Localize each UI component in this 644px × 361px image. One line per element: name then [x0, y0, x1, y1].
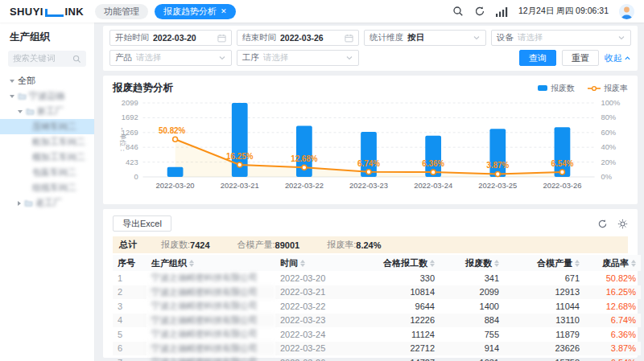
column-header-inner: 报废数	[465, 257, 499, 269]
legend-item-bar[interactable]: 报废数	[538, 83, 575, 94]
table-row[interactable]: 4宁波之德精密科技有限公司2022-03-2312226884131106.74…	[113, 314, 641, 328]
cell-合格报工数: 12226	[353, 314, 440, 328]
table-row[interactable]: 5宁波之德精密科技有限公司2022-03-2411124755118796.36…	[113, 327, 641, 342]
filter-value: 请选择	[263, 52, 341, 64]
sort-asc-icon[interactable]	[430, 260, 435, 263]
sidebar-item[interactable]: 老工厂	[0, 195, 94, 211]
sort-icon[interactable]	[300, 260, 305, 267]
table-row[interactable]: 2宁波之德精密科技有限公司2022-03-211081420991291316.…	[113, 285, 641, 300]
summary-value: 89001	[275, 240, 300, 250]
sort-icon[interactable]	[575, 260, 580, 267]
sort-desc-icon[interactable]	[189, 264, 194, 267]
reset-button[interactable]: 重置	[562, 50, 599, 66]
sort-asc-icon[interactable]	[494, 260, 499, 263]
cell-序号: 2	[113, 285, 147, 300]
rate-point-2022-03-26[interactable]	[559, 170, 564, 174]
sidebar-item[interactable]: 包装车间二	[0, 165, 94, 180]
collapse-label: 收起	[605, 52, 622, 64]
table-row[interactable]: 6宁波之德精密科技有限公司2022-03-2522712914236263.87…	[113, 342, 641, 356]
sidebar-item[interactable]: 全部	[0, 73, 94, 88]
cell-合格报工数: 11124	[353, 327, 440, 342]
caret-down-icon[interactable]	[10, 80, 14, 83]
filter-product[interactable]: 产品请选择	[109, 50, 232, 66]
filter-process[interactable]: 工序请选择	[237, 50, 359, 66]
column-header-序号: 序号	[113, 255, 147, 271]
sort-desc-icon[interactable]	[300, 264, 305, 267]
sort-asc-icon[interactable]	[189, 260, 194, 263]
query-button[interactable]: 查询	[519, 50, 556, 66]
sidebar-item[interactable]: 粗加工车间二	[0, 134, 94, 150]
sort-icon[interactable]	[631, 260, 636, 267]
caret-down-icon[interactable]	[18, 110, 23, 113]
refresh-icon[interactable]	[474, 6, 485, 17]
sort-icon[interactable]	[430, 260, 435, 267]
close-icon[interactable]: ✕	[221, 8, 227, 15]
sort-desc-icon[interactable]	[494, 264, 499, 267]
export-excel-button[interactable]: 导出Excel	[113, 215, 171, 232]
sidebar-item[interactable]: 组线车间二	[0, 180, 94, 195]
collapse-link[interactable]: 收起	[605, 52, 631, 64]
sidebar-item[interactable]: 新工厂	[0, 104, 94, 119]
rate-point-2022-03-24[interactable]	[431, 170, 436, 174]
cell-报废数: 1031	[440, 355, 504, 361]
sort-asc-icon[interactable]	[631, 260, 636, 263]
sidebar-item-label: 压铸车间二	[32, 121, 76, 133]
search-icon[interactable]	[452, 6, 464, 17]
rate-point-2022-03-22[interactable]	[302, 165, 307, 170]
refresh-icon[interactable]	[597, 219, 608, 229]
tab-label: 报废趋势分析	[163, 4, 217, 19]
sort-desc-icon[interactable]	[631, 264, 636, 267]
rate-point-2022-03-20[interactable]	[173, 137, 178, 142]
column-header-生产组织[interactable]: 生产组织	[147, 255, 275, 271]
column-header-时间[interactable]: 时间	[275, 255, 353, 271]
bar-2022-03-20[interactable]	[167, 167, 184, 177]
signal-icon[interactable]	[496, 6, 508, 17]
tab-function-management[interactable]: 功能管理	[95, 4, 148, 19]
rate-point-2022-03-25[interactable]	[495, 171, 500, 176]
sort-desc-icon[interactable]	[575, 264, 580, 267]
chart-title: 报废趋势分析	[113, 81, 173, 95]
column-header-报废数[interactable]: 报废数	[440, 255, 504, 271]
table-row[interactable]: 1宁波之德精密科技有限公司2022-03-2033034167150.82%	[113, 271, 641, 285]
sort-icon[interactable]	[189, 260, 194, 267]
sort-asc-icon[interactable]	[300, 260, 305, 263]
filter-equipment[interactable]: 设备请选择	[491, 30, 631, 46]
avatar[interactable]	[619, 4, 634, 19]
sort-icon[interactable]	[494, 260, 499, 267]
calendar-icon	[345, 34, 353, 43]
rate-point-2022-03-21[interactable]	[237, 162, 242, 167]
rate-label: 6.74%	[357, 159, 380, 168]
chevron-down-icon	[617, 34, 625, 42]
legend-item-line[interactable]: 报废率	[588, 83, 628, 94]
y-axis-name: ←单位：	[119, 126, 127, 154]
filter-end-date[interactable]: 结束时间2022-03-26	[237, 30, 359, 46]
sidebar-item-label: 粗加工车间二	[32, 136, 85, 148]
cell-序号: 5	[113, 327, 147, 342]
column-header-废品率[interactable]: 废品率	[584, 255, 641, 271]
sort-asc-icon[interactable]	[575, 260, 580, 263]
column-header-合模产量[interactable]: 合模产量	[504, 255, 584, 271]
column-header-inner: 生产组织	[151, 257, 194, 269]
tab-scrap-trend-analysis[interactable]: 报废趋势分析 ✕	[155, 4, 236, 19]
column-header-合格报工数[interactable]: 合格报工数	[353, 255, 440, 271]
filter-stat-dimension[interactable]: 统计维度按日	[364, 30, 486, 46]
cell-生产组织: 宁波之德精密科技有限公司	[147, 271, 275, 285]
rate-point-2022-03-23[interactable]	[366, 170, 371, 174]
cell-报废数: 341	[440, 271, 504, 285]
filter-start-date[interactable]: 开始时间2022-03-20	[109, 30, 232, 46]
gear-icon[interactable]	[617, 219, 628, 229]
sidebar: 生产组织 搜索关键词 全部宁波迈德新工厂压铸车间二粗加工车间二模加工车间二包装车…	[0, 23, 95, 361]
cell-序号: 4	[113, 314, 147, 328]
sidebar-item[interactable]: 模加工车间二	[0, 150, 94, 165]
caret-right-icon[interactable]	[18, 201, 21, 206]
sort-desc-icon[interactable]	[430, 264, 435, 267]
sidebar-item-selected[interactable]: 压铸车间二	[0, 119, 94, 134]
table-row[interactable]: 3宁波之德精密科技有限公司2022-03-22964414001104412.6…	[113, 299, 641, 314]
column-label: 生产组织	[151, 257, 187, 269]
search-input[interactable]: 搜索关键词	[8, 51, 86, 67]
folder-icon	[24, 199, 33, 207]
sidebar-item[interactable]: 宁波迈德	[0, 88, 94, 104]
trend-chart[interactable]: 00%42320%84640%126960%169280%2099100%←单位…	[113, 96, 628, 201]
table-row[interactable]: 7宁波之德精密科技有限公司2022-03-26147271031157586.5…	[113, 355, 641, 361]
caret-down-icon[interactable]	[10, 95, 14, 98]
